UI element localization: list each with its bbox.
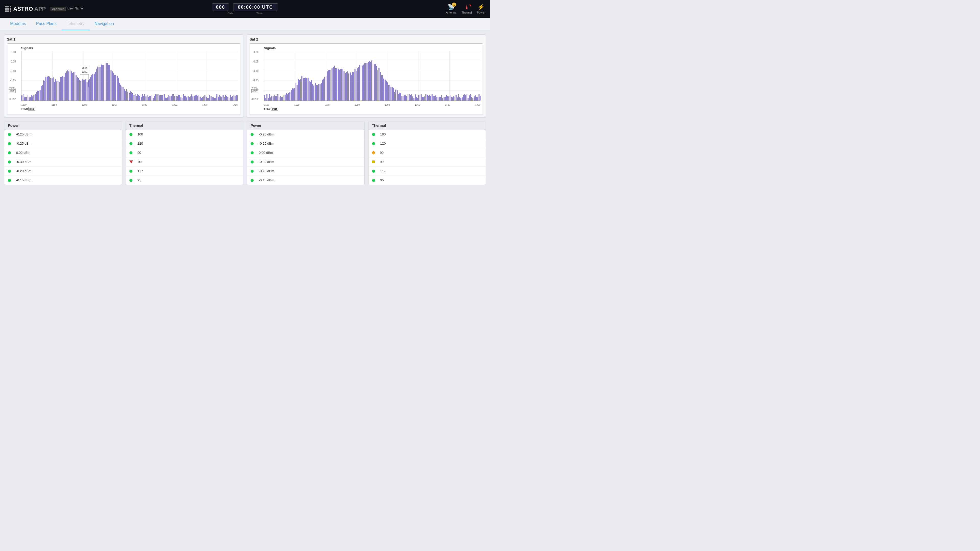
- sat2-thermal-row-2: 90: [369, 148, 486, 157]
- sat1-thermal-value-3: 90: [138, 160, 142, 164]
- chart-bar: [134, 95, 135, 100]
- chart-bar: [153, 98, 154, 100]
- chart-bar: [347, 71, 348, 100]
- chart-bar: [95, 72, 96, 100]
- chart-bar: [96, 68, 97, 100]
- sat2-thermal-value-5: 95: [380, 178, 384, 182]
- chart-bar: [64, 77, 65, 100]
- chart-bar: [228, 97, 228, 100]
- sat1-power-value-1: -0.25 dBm: [16, 141, 32, 145]
- chart-bar: [33, 95, 35, 100]
- chart-bar: [465, 95, 466, 100]
- tab-navigation[interactable]: Navigation: [89, 18, 119, 30]
- chart-bar: [94, 74, 95, 100]
- sat1-power-indicator-2: [8, 151, 11, 154]
- sat1-power-value-5: -0.15 dBm: [16, 178, 32, 182]
- sat1-thermal-panel: Thermal 100 120 90 90 117: [126, 121, 243, 185]
- sat1-power-value-4: -0.20 dBm: [16, 169, 32, 173]
- chart-bar: [475, 95, 476, 100]
- sat1-y-axis: 0.00 -0.05 -0.10 -0.15 -0.20 -0.25z: [9, 51, 16, 100]
- chart-bar: [338, 68, 339, 100]
- chart-bar: [204, 95, 205, 100]
- chart-bar: [101, 65, 102, 100]
- sat1-power-value-0: -0.25 dBm: [16, 132, 32, 136]
- chart-bar: [179, 95, 180, 100]
- chart-bar: [351, 75, 352, 100]
- chart-bar: [161, 95, 162, 100]
- sat1-power-row-4: -0.20 dBm: [4, 167, 122, 176]
- chart-bar: [204, 96, 204, 100]
- app-state-badge: App state: [51, 6, 66, 11]
- chart-bar: [195, 95, 196, 100]
- chart-bar: [84, 79, 85, 100]
- chart-bar: [132, 93, 133, 100]
- chart-bar: [277, 94, 278, 100]
- chart-bar: [70, 70, 71, 100]
- tab-modems[interactable]: Modems: [5, 18, 31, 30]
- chart-bar: [231, 97, 232, 100]
- chart-bar: [406, 96, 407, 100]
- chart-bar: [336, 68, 337, 100]
- chart-bar: [207, 98, 208, 100]
- chart-bar: [49, 76, 50, 100]
- tab-telemetry[interactable]: Telemetry: [62, 18, 89, 30]
- sat1-power-value-2: 0.00 dBm: [16, 151, 30, 155]
- chart-bar: [167, 97, 168, 100]
- chart-bar: [383, 79, 384, 100]
- chart-bar: [202, 97, 203, 100]
- chart-bar: [200, 97, 200, 100]
- sat2-bars: [264, 51, 480, 100]
- sat1-power-value-3: -0.30 dBm: [16, 160, 32, 164]
- chart-bar: [444, 97, 445, 100]
- chart-bar: [339, 70, 340, 100]
- sat2-x-axis: 1100 1150 1200 1250 1300 1350 1400 1450: [264, 103, 480, 106]
- chart-bar: [166, 98, 167, 100]
- chart-bar: [229, 98, 230, 100]
- chart-bar: [460, 98, 461, 100]
- chart-bar: [409, 94, 410, 100]
- chart-bar: [357, 68, 358, 100]
- chart-bar: [53, 77, 54, 100]
- chart-bar: [331, 68, 332, 100]
- chart-bar: [151, 95, 153, 100]
- chart-bar: [156, 94, 158, 100]
- chart-bar: [117, 76, 118, 100]
- chart-bar: [192, 97, 193, 100]
- chart-bar: [113, 73, 114, 100]
- header-center: 000 00:00:00 UTC Date Time: [213, 3, 277, 15]
- chart-bar: [458, 94, 459, 100]
- chart-bar: [344, 71, 345, 100]
- chart-bar: [398, 94, 399, 100]
- sat1-pwr-label: PWR dBm: [9, 86, 16, 93]
- chart-bar: [268, 98, 269, 100]
- sat1-freq-label: FREQ mHz: [21, 107, 35, 111]
- app-logo: ASTRO APP App state User Name: [5, 6, 83, 12]
- chart-bar: [387, 83, 388, 100]
- chart-bar: [136, 96, 137, 100]
- chart-bar: [137, 94, 138, 100]
- sat1-thermal-indicator-2: [129, 151, 132, 154]
- chart-bar: [109, 65, 110, 100]
- chart-bar: [184, 96, 185, 100]
- chart-bar: [29, 97, 30, 100]
- chart-bar: [77, 77, 78, 100]
- sat1-power-indicator-5: [8, 179, 11, 182]
- sat2-chart-title: Signals: [264, 46, 480, 50]
- chart-bar: [147, 95, 148, 100]
- chart-bar: [264, 95, 265, 100]
- chart-bar: [341, 68, 342, 100]
- chart-bar: [237, 95, 238, 100]
- tab-pass-plans[interactable]: Pass Plans: [31, 18, 62, 30]
- chart-bar: [85, 79, 86, 100]
- app-name: ASTRO APP: [13, 6, 46, 12]
- chart-bar: [89, 79, 90, 100]
- sat1-title: Sat 1: [7, 37, 240, 41]
- chart-bar: [99, 67, 100, 100]
- chart-bar: [162, 95, 163, 100]
- chart-bar: [290, 92, 290, 100]
- sat2-power-indicator-2: [251, 151, 254, 154]
- chart-bar: [92, 74, 94, 100]
- chart-bar: [470, 94, 471, 100]
- chart-bar: [67, 70, 68, 100]
- chart-bar: [374, 64, 375, 100]
